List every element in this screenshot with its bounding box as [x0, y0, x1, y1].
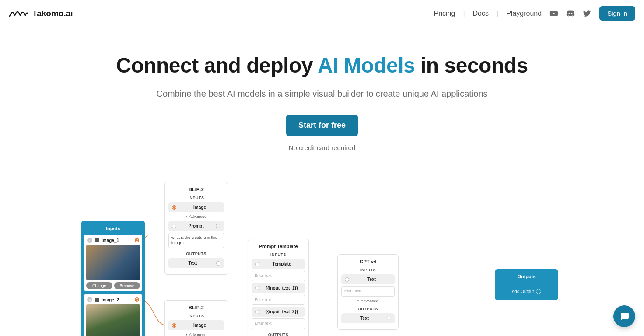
input-slot-2-port[interactable]: {{input_text_2}} [252, 307, 305, 317]
top-nav: Pricing | Docs | Playground Sign in [434, 6, 636, 21]
image-icon [94, 298, 99, 302]
output-connector[interactable] [135, 238, 139, 242]
signin-button[interactable]: Sign in [599, 6, 635, 21]
inputs-panel: Inputs × Image_1 Change Remove × Image_2 [81, 220, 145, 336]
connector-icon[interactable] [387, 316, 391, 320]
nav-pricing[interactable]: Pricing [434, 10, 455, 18]
node-blip2-2[interactable]: BLIP-2 INPUTS Image ▾Advanced OUTPUTS [164, 300, 228, 336]
input-image-1[interactable]: × Image_1 Change Remove [84, 234, 142, 291]
output-text-port[interactable]: Text [341, 313, 395, 323]
output-text-port[interactable]: Text [168, 258, 224, 268]
slot2-textbox[interactable]: Enter text [252, 318, 305, 329]
connector-icon[interactable] [172, 323, 176, 328]
prompt-textbox[interactable]: what is the creature in this image? [168, 233, 224, 248]
input-image-port[interactable]: Image [168, 202, 224, 212]
hero-title: Connect and deploy AI Models in seconds [0, 53, 644, 77]
chat-widget[interactable] [613, 305, 635, 327]
input-prompt-port[interactable]: Prompt i [168, 221, 224, 231]
plus-icon: + [536, 289, 541, 294]
hero-subtitle: Combine the best AI models in a simple v… [0, 89, 644, 99]
input-image-port[interactable]: Image [168, 320, 224, 330]
slot1-textbox[interactable]: Enter text [252, 295, 305, 305]
node-prompt-template[interactable]: Prompt Template INPUTS Template Enter te… [248, 239, 309, 336]
image-thumbnail [86, 245, 140, 280]
image-icon [94, 238, 99, 242]
start-for-free-button[interactable]: Start for free [286, 115, 358, 136]
close-icon[interactable]: × [87, 238, 92, 243]
image-thumbnail [86, 304, 140, 336]
nav-playground[interactable]: Playground [506, 10, 542, 18]
nav-docs[interactable]: Docs [473, 10, 489, 18]
node-gpt-v4[interactable]: GPT v4 INPUTS Text Enter text ▾Advanced … [337, 254, 399, 330]
pipeline-canvas: Inputs × Image_1 Change Remove × Image_2 [81, 169, 563, 336]
connector-icon[interactable] [172, 224, 176, 228]
outputs-panel: Outputs Add Output + [495, 270, 558, 300]
inputs-title: Inputs [81, 224, 145, 234]
close-icon[interactable]: × [87, 297, 92, 302]
logo-icon [9, 7, 28, 20]
connector-icon[interactable] [216, 261, 220, 266]
twitter-icon[interactable] [583, 9, 592, 18]
info-icon[interactable]: i [216, 224, 220, 228]
connector-icon[interactable] [255, 286, 259, 290]
no-credit-card: No credit card required [0, 144, 644, 151]
input-image-2[interactable]: × Image_2 [84, 294, 142, 336]
template-textbox[interactable]: Enter text [252, 271, 305, 281]
connector-icon[interactable] [172, 205, 176, 210]
input-text-port[interactable]: Text [341, 274, 395, 284]
add-output-button[interactable]: Add Output + [495, 289, 558, 294]
chevron-up-icon: ▴ [186, 215, 188, 218]
connector-icon[interactable] [255, 310, 259, 314]
outputs-title: Outputs [495, 274, 558, 279]
advanced-toggle[interactable]: ▾Advanced [168, 332, 224, 336]
input-slot-1-port[interactable]: {{input_text_1}} [252, 283, 305, 293]
logo[interactable]: Takomo.ai [9, 7, 73, 20]
text-textbox[interactable]: Enter text [341, 286, 395, 297]
node-blip2-1[interactable]: BLIP-2 INPUTS Image ▴Advanced Prompt i w… [164, 182, 228, 275]
chevron-down-icon: ▾ [186, 333, 188, 336]
connector-icon[interactable] [255, 262, 259, 266]
connector-icon[interactable] [345, 277, 349, 282]
youtube-icon[interactable] [550, 9, 558, 18]
discord-icon[interactable] [566, 9, 575, 18]
input-template-port[interactable]: Template [252, 259, 305, 269]
hero: Connect and deploy AI Models in seconds … [0, 27, 644, 151]
change-button[interactable]: Change [86, 282, 112, 289]
advanced-toggle[interactable]: ▴Advanced [168, 214, 224, 219]
output-connector[interactable] [135, 298, 139, 302]
advanced-toggle[interactable]: ▾Advanced [341, 299, 395, 303]
remove-button[interactable]: Remove [114, 282, 140, 289]
site-header: Takomo.ai Pricing | Docs | Playground Si… [0, 0, 644, 27]
chevron-down-icon: ▾ [357, 299, 359, 303]
brand-name: Takomo.ai [32, 9, 73, 18]
